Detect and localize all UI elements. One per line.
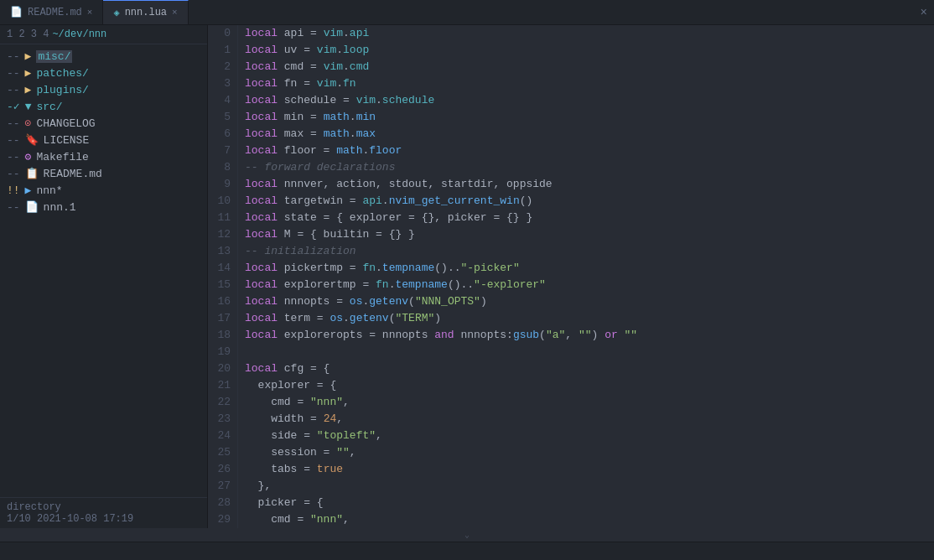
tree-item-nnn1[interactable]: -- 📄 nnn.1	[0, 199, 207, 215]
editor: 0123456789101112131415161718192021222324…	[208, 25, 934, 528]
token-ident: M = { builtin = {} }	[278, 228, 415, 241]
token-ident: ()..	[434, 262, 460, 274]
tab-nnn-lua-close[interactable]: ×	[172, 8, 178, 18]
token-fn-call: os	[329, 312, 343, 324]
token-str: "a"	[546, 329, 565, 341]
tree-item-license[interactable]: -- 🔖 LICENSE	[0, 132, 207, 148]
token-ident: cmd =	[245, 513, 310, 526]
tree-name-license: LICENSE	[44, 134, 90, 147]
token-ident: ,	[343, 396, 350, 408]
tree-item-nnn-exe[interactable]: !! ▶ nnn*	[0, 182, 207, 199]
line-number-8: 8	[215, 159, 231, 176]
tab-readme[interactable]: 📄 README.md ×	[0, 0, 103, 24]
code-line-15: local explorertmp = fn.tempname().."-exp…	[245, 277, 927, 293]
folder-icon-misc: ▶	[25, 49, 32, 63]
token-ident: tabs =	[245, 463, 317, 475]
tree-item-makefile[interactable]: -- ⚙ Makefile	[0, 148, 207, 165]
code-line-19	[245, 344, 927, 360]
code-line-8: -- forward declarations	[245, 159, 927, 176]
line-number-13: 13	[215, 243, 231, 260]
token-kw: local	[245, 77, 278, 90]
line-number-19: 19	[215, 344, 231, 360]
token-fn-call: min	[356, 111, 376, 123]
close-all-button[interactable]: ×	[914, 0, 934, 24]
code-line-22: cmd = "nnn",	[245, 394, 927, 411]
token-kw: local	[245, 362, 278, 375]
line-number-3: 3	[215, 75, 231, 92]
token-fn-call: tempname	[395, 278, 447, 291]
makefile-icon: ⚙	[25, 150, 32, 163]
tree-marker-patches: --	[7, 67, 20, 80]
tree-item-plugins[interactable]: -- ▶ plugins/	[0, 81, 207, 98]
scroll-indicator: ⌄	[0, 528, 934, 542]
tree-marker-plugins: --	[7, 84, 20, 96]
line-numbers: 0123456789101112131415161718192021222324…	[208, 25, 238, 528]
token-ident: nnnopts =	[278, 295, 350, 308]
token-bool: true	[317, 463, 343, 475]
tab-bar: 📄 README.md × ◈ nnn.lua × ×	[0, 0, 934, 25]
token-fn-call: getenv	[350, 312, 389, 324]
file-tree: -- ▶ misc/ -- ▶ patches/ -- ▶ plugins/ -…	[0, 44, 207, 497]
tabs-container: 📄 README.md × ◈ nnn.lua ×	[0, 0, 189, 24]
license-icon: 🔖	[25, 133, 39, 147]
tab-readme-close[interactable]: ×	[87, 8, 93, 18]
line-number-12: 12	[215, 226, 231, 243]
code-line-24: side = "topleft",	[245, 428, 927, 444]
token-ident: fn =	[278, 77, 317, 90]
tree-marker-src: -✓	[7, 100, 20, 113]
token-prop: fn	[376, 278, 389, 291]
token-ident: ,	[343, 513, 350, 526]
token-ident: picker = {	[245, 496, 324, 509]
line-number-9: 9	[215, 176, 231, 193]
token-prop: fn	[362, 262, 376, 274]
token-ident: state = { explorer = {}, picker = {} }	[278, 211, 532, 224]
tree-item-misc[interactable]: -- ▶ misc/	[0, 48, 207, 65]
token-ident: targetwin =	[278, 194, 362, 207]
code-line-3: local fn = vim.fn	[245, 75, 927, 92]
line-number-16: 16	[215, 293, 231, 310]
token-kw: local	[245, 27, 278, 39]
line-number-29: 29	[215, 511, 231, 528]
tree-item-src[interactable]: -✓ ▼ src/	[0, 98, 207, 115]
token-kw: local	[245, 144, 278, 157]
token-ident: ,	[336, 412, 343, 425]
token-ident: side =	[245, 429, 317, 442]
sidebar-status-line2: 1/10 2021-10-08 17:19	[7, 513, 200, 525]
token-prop: api	[350, 27, 369, 39]
token-fn-call: tempname	[382, 262, 434, 274]
token-str: ""	[336, 446, 350, 459]
line-number-1: 1	[215, 42, 231, 59]
code-line-10: local targetwin = api.nvim_get_current_w…	[245, 193, 927, 210]
token-ident: min =	[278, 111, 324, 123]
status-bar	[0, 542, 934, 560]
token-str: "NNN_OPTS"	[415, 295, 480, 308]
token-ident: cmd =	[245, 396, 310, 408]
token-prop: vim	[317, 77, 336, 90]
line-number-26: 26	[215, 461, 231, 478]
sidebar-status: directory 1/10 2021-10-08 17:19	[0, 497, 207, 528]
tree-item-changelog[interactable]: -- ⊙ CHANGELOG	[0, 115, 207, 132]
folder-icon-patches: ▶	[25, 66, 32, 80]
tree-name-plugins: plugins/	[36, 84, 88, 96]
token-ident: cmd =	[278, 60, 324, 73]
tree-item-patches[interactable]: -- ▶ patches/	[0, 65, 207, 81]
code-line-2: local cmd = vim.cmd	[245, 59, 927, 75]
token-ident: )	[434, 312, 441, 324]
tree-marker-license: --	[7, 134, 20, 147]
token-ident: schedule =	[278, 94, 356, 106]
token-str: "topleft"	[317, 429, 376, 442]
token-kw: local	[245, 211, 278, 224]
token-kw: or	[605, 329, 618, 341]
token-prop: schedule	[382, 94, 434, 106]
readme-icon: 📄	[10, 6, 23, 18]
line-number-27: 27	[215, 478, 231, 495]
token-ident: nnnver, action, stdout, startdir, oppsid…	[278, 178, 553, 190]
token-prop: fn	[343, 77, 356, 90]
code-line-6: local max = math.max	[245, 126, 927, 143]
tree-item-readme[interactable]: -- 📋 README.md	[0, 165, 207, 182]
tree-name-nnn: nnn*	[36, 184, 62, 197]
code-line-29: cmd = "nnn",	[245, 511, 927, 528]
code-area[interactable]: local api = vim.apilocal uv = vim.looplo…	[238, 25, 934, 528]
code-line-0: local api = vim.api	[245, 25, 927, 42]
tab-nnn-lua[interactable]: ◈ nnn.lua ×	[103, 0, 188, 24]
